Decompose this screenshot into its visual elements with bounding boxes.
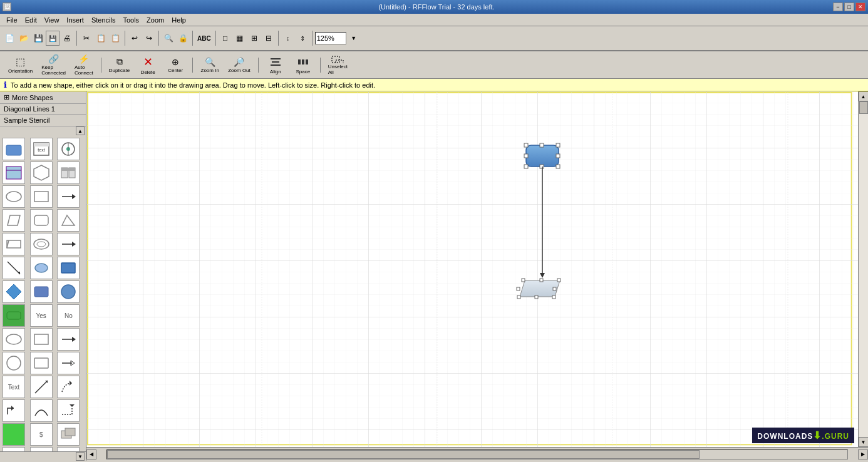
h-scroll-track[interactable] (106, 449, 848, 459)
stencil-item[interactable] (30, 162, 53, 184)
stencil-item[interactable]: $ (30, 423, 53, 446)
handle[interactable] (556, 165, 560, 168)
space-button[interactable]: Space (291, 53, 316, 77)
stencil-item[interactable] (30, 376, 53, 398)
tb-new[interactable]: 📄 (3, 31, 16, 46)
stencil-item[interactable] (30, 328, 53, 351)
menu-tools[interactable]: Tools (119, 15, 143, 25)
stencil-item[interactable]: Yes (30, 304, 53, 327)
stencil-item[interactable] (3, 257, 25, 279)
handle[interactable] (540, 279, 543, 282)
stencil-item[interactable]: Text (3, 376, 25, 398)
stencil-item[interactable] (3, 304, 25, 327)
tb-cut[interactable]: ✂ (80, 31, 93, 46)
h-scroll-thumb[interactable] (107, 450, 700, 459)
tb-grid4[interactable]: ⊟ (262, 31, 276, 46)
handle[interactable] (524, 143, 528, 147)
maximize-button[interactable]: □ (844, 3, 854, 11)
stencil-item[interactable] (57, 209, 80, 232)
tb-find[interactable]: 🔍 (162, 31, 175, 46)
stencil-item[interactable] (30, 185, 53, 208)
menu-insert[interactable]: Insert (63, 15, 88, 25)
handle[interactable] (522, 279, 525, 282)
stencil-item[interactable] (3, 209, 25, 232)
zoom-out-button[interactable]: 🔎 Zoom Out (225, 53, 254, 77)
more-shapes-header[interactable]: ⊞ More Shapes (0, 91, 86, 104)
duplicate-button[interactable]: ⧉ Duplicate (106, 53, 133, 77)
handle[interactable] (553, 287, 556, 290)
align-button[interactable]: Align (263, 53, 288, 77)
tb-open[interactable]: 📂 (17, 31, 31, 46)
stencil-item[interactable] (3, 399, 25, 422)
stencil-item[interactable] (3, 138, 25, 160)
unselect-all-button[interactable]: UnselectAll (325, 53, 351, 77)
scroll-right-arrow[interactable]: ▶ (858, 449, 868, 459)
menu-zoom[interactable]: Zoom (143, 15, 168, 25)
scroll-up-arrow[interactable]: ▲ (859, 91, 869, 101)
tb-zoom-dd[interactable]: ▼ (347, 31, 361, 46)
stencil-item[interactable]: text (30, 138, 53, 160)
tb-save[interactable]: 💾 (31, 31, 45, 46)
v-scroll-track[interactable] (859, 101, 869, 437)
handle[interactable] (524, 154, 528, 158)
tb-undo[interactable]: ↩ (128, 31, 142, 46)
tb-saveas[interactable]: 💾 (46, 31, 59, 46)
handle[interactable] (557, 279, 561, 282)
close-button[interactable]: ✕ (855, 3, 865, 11)
stencil-item[interactable] (3, 162, 25, 184)
handle[interactable] (552, 295, 555, 299)
sample-stencil-header[interactable]: Sample Stencil (0, 115, 86, 126)
stencil-item[interactable] (57, 399, 80, 422)
menu-help[interactable]: Help (168, 15, 190, 25)
handle[interactable] (517, 295, 520, 299)
stencil-item[interactable] (57, 376, 80, 398)
shape-rounded-rect[interactable] (526, 145, 559, 167)
stencil-item[interactable] (30, 447, 53, 451)
tb-snap1[interactable]: ↕ (281, 31, 295, 46)
stencil-item[interactable] (3, 280, 25, 303)
stencil-item[interactable] (3, 352, 25, 374)
stencil-item[interactable] (3, 185, 25, 208)
stencil-item[interactable] (57, 138, 80, 160)
zoom-in-button[interactable]: 🔍 Zoom In (197, 53, 222, 77)
stencil-item[interactable] (30, 280, 53, 303)
menu-file[interactable]: File (3, 15, 21, 25)
tb-grid3[interactable]: ⊞ (247, 31, 261, 46)
stencil-item[interactable] (3, 233, 25, 255)
tb-spell[interactable]: ABC (195, 31, 213, 46)
stencil-item[interactable] (30, 399, 53, 422)
tb-grid2[interactable]: ▦ (233, 31, 247, 46)
tb-copy[interactable]: 📋 (94, 31, 108, 46)
tb-lock[interactable]: 🔒 (176, 31, 190, 46)
delete-button[interactable]: ✕ Delete (135, 53, 160, 77)
scroll-left-arrow[interactable]: ◀ (86, 449, 96, 459)
stencil-item[interactable] (57, 185, 80, 208)
center-button[interactable]: ⊕ Center (163, 53, 188, 77)
stencil-item[interactable] (30, 257, 53, 279)
handle[interactable] (540, 143, 544, 147)
handle[interactable] (540, 165, 544, 168)
drawing-canvas[interactable]: DOWNLOADS⬇.GURU (86, 91, 858, 447)
stencil-item[interactable] (57, 162, 80, 184)
tb-paste[interactable]: 📋 (108, 31, 122, 46)
stencil-scroll-up[interactable]: ▲ (76, 126, 85, 135)
stencil-scroll-down[interactable]: ▼ (76, 452, 85, 461)
stencil-item[interactable] (57, 328, 80, 351)
zoom-input[interactable] (315, 32, 346, 44)
stencil-item[interactable] (3, 328, 25, 351)
stencil-item[interactable] (3, 447, 25, 451)
tb-print[interactable]: 🖨 (60, 31, 74, 46)
orientation-button[interactable]: ⬚ Orientation (5, 53, 36, 77)
stencil-item[interactable]: No (57, 304, 80, 327)
auto-connect-button[interactable]: ⚡ AutoConnect (71, 53, 96, 77)
minimize-button[interactable]: − (833, 3, 843, 11)
handle[interactable] (535, 295, 538, 299)
keep-connected-button[interactable]: 🔗 KeepConnected (38, 53, 69, 77)
stencil-item[interactable] (57, 280, 80, 303)
stencil-item[interactable] (57, 257, 80, 279)
stencil-item[interactable] (3, 423, 25, 446)
menu-edit[interactable]: Edit (21, 15, 41, 25)
menu-stencils[interactable]: Stencils (88, 15, 120, 25)
handle[interactable] (524, 165, 528, 168)
tb-snap2[interactable]: ⇕ (296, 31, 309, 46)
